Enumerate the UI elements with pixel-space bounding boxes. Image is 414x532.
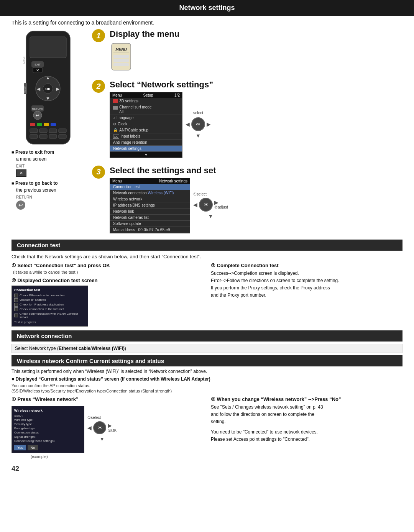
conn-step2-title: ② Displayed Connection test screen: [12, 277, 203, 283]
small-item-4: Check connection to the Internet: [14, 307, 85, 311]
wireless-ok-label: ②OK: [108, 429, 117, 433]
conn-step3-lines: Success-->Completion screen is displayed…: [211, 270, 402, 299]
menu-item-3d: 3D settings: [110, 98, 182, 104]
conn-step1-title: ① Select “Connection test” and press OK: [12, 263, 203, 268]
svg-rect-36: [113, 59, 129, 62]
step-3-badge: 3: [92, 166, 105, 179]
step3-item-mac: Mac address 00-0b-97-7c-65-e9: [110, 227, 190, 233]
w-ssid: SSID :: [14, 414, 82, 417]
connection-test-desc: Check that the Network settings are as s…: [12, 254, 402, 259]
wireless-right: ② When you change “Wireless network” -->…: [211, 396, 402, 459]
network-select-text: Select Network type (Ethernet cable/Wire…: [12, 344, 402, 353]
menu-item-language: ♪Language: [110, 115, 182, 121]
step-1-illustration: MENU: [110, 41, 402, 72]
step2-ok-area: select ◀ OK ▶ ▼: [186, 111, 211, 139]
step-1-content: Display the menu MENU: [110, 29, 402, 72]
exit-note: ■ Press to exit from a menu screen EXIT …: [12, 149, 84, 177]
step3-item-cameras: Network cameras list: [110, 215, 190, 221]
network-connection-section: Network connection Select Network type (…: [0, 330, 414, 353]
svg-rect-35: [113, 55, 129, 58]
step-3-screen: Menu Network settings Connection test Ne…: [110, 178, 402, 233]
svg-rect-20: [30, 123, 35, 126]
connection-test-steps: ① Select “Connection test” and press OK …: [12, 263, 402, 327]
w-encryption: Encryption type :: [14, 427, 82, 430]
ok-button-step3[interactable]: OK: [199, 198, 213, 212]
small-item-1: Check Ethernet cable connection: [14, 294, 85, 297]
wireless-desc: This setting is performed only when “Wir…: [12, 369, 402, 374]
step-2-content: Select “Network settings” Menu Setup 1/2…: [110, 80, 402, 158]
step3-ok-area: ①select ◀ OK ▶ ②adjust: [193, 192, 228, 219]
wireless-sub-note-2: (SSID/Wireless type/Security type/Encryp…: [12, 389, 402, 393]
step-3-title: Select the settings and set: [110, 166, 402, 176]
svg-rect-25: [39, 129, 47, 133]
select-label-step3: ①select: [193, 192, 207, 196]
adjust-label-step3: ②adjust: [214, 205, 228, 209]
return-key-badge: ↩: [16, 200, 25, 210]
wireless-left: ① Press “Wireless network” Wireless netw…: [12, 396, 203, 459]
svg-rect-1: [30, 37, 66, 58]
connection-test-section: Connection test Check that the Network s…: [0, 240, 414, 327]
svg-rect-21: [37, 123, 42, 126]
menu-item-clock: ⊙Clock: [110, 121, 182, 127]
w-connect-prompt: Connect using these settings?: [14, 439, 82, 443]
wireless-confirm-section: Wireless network Confirm Current setting…: [0, 355, 414, 459]
page: Network settings This is a setting for c…: [0, 0, 414, 475]
wireless-ok-area: ①select ◀ OK ▶ ②OK ▼: [87, 415, 117, 442]
menu-item-network: Network settings: [110, 146, 182, 152]
svg-rect-31: [59, 135, 66, 138]
svg-rect-22: [44, 123, 49, 126]
menu-box-step3: Menu Network settings Connection test Ne…: [110, 178, 190, 233]
svg-text:RETURN: RETURN: [32, 107, 43, 110]
ok-button-wireless[interactable]: OK: [93, 421, 106, 434]
svg-text:MENU: MENU: [24, 86, 26, 93]
menu-box-step2: Menu Setup 1/2 3D settings Channel surf …: [110, 92, 182, 158]
network-connection-bar: Network connection: [12, 330, 402, 342]
conn-step3-title: ③ Complete Connection test: [211, 263, 402, 268]
small-screen-title: Connection test: [14, 288, 85, 292]
page-number: 42: [12, 465, 19, 473]
yes-no-bar: Yes No: [14, 445, 82, 450]
ok-button-step2[interactable]: OK: [191, 117, 205, 131]
step-2-screen: Menu Setup 1/2 3D settings Channel surf …: [110, 92, 402, 158]
small-screen-status: Test in progress...: [14, 320, 85, 324]
no-button[interactable]: No: [28, 445, 38, 450]
w-security: Security type :: [14, 422, 82, 426]
step3-item-netconn: Network connection Wireless (WiFi): [110, 190, 190, 196]
svg-text:EXIT: EXIT: [34, 63, 41, 66]
wireless-network-screen: Wireless network SSID : Wireless type : …: [12, 406, 84, 453]
svg-rect-37: [113, 63, 129, 66]
svg-text:OK: OK: [45, 87, 51, 91]
small-item-5: Check communication with VIERA Connect s…: [14, 312, 85, 319]
svg-rect-26: [49, 129, 57, 133]
wireless-step1-title: ① Press “Wireless network”: [12, 396, 203, 402]
step3-item-netlink: Network link: [110, 209, 190, 215]
menu-item-input: CCInput labels: [110, 133, 182, 140]
menu-item-ant: 🔒ANT/Cable setup: [110, 127, 182, 133]
svg-rect-29: [39, 135, 47, 138]
small-item-2: Validate IP address: [14, 298, 85, 302]
intro-text: This is a setting for connecting to a br…: [0, 16, 414, 28]
yes-button[interactable]: Yes: [14, 445, 26, 450]
step3-item-wireless: Wireless network: [110, 196, 190, 202]
svg-text:↩: ↩: [36, 113, 39, 118]
steps-column: 1 Display the menu MENU: [92, 29, 402, 240]
wireless-screen-area: Wireless network SSID : Wireless type : …: [12, 404, 203, 453]
wireless-step2-lines: See "Sets / Changes wireless network set…: [211, 404, 402, 443]
step-3-content: Select the settings and set Menu Network…: [110, 166, 402, 233]
wireless-title-bar: Wireless network Confirm Current setting…: [12, 355, 402, 366]
conn-step1-sub: (It takes a while to cancel the test.): [13, 270, 203, 274]
menu-item-channel: Channel surf mode All: [110, 104, 182, 115]
connection-test-bar: Connection test: [12, 240, 402, 251]
wireless-sub-note-1: You can confirm the AP connection status…: [12, 383, 402, 388]
svg-text:▼: ▼: [46, 96, 50, 101]
wireless-bold-note: ■ Displayed “Current settings and status…: [12, 376, 402, 382]
connection-test-screen: Connection test Check Ethernet cable con…: [12, 286, 88, 327]
step-2: 2 Select “Network settings” Menu Setup 1…: [92, 80, 402, 158]
step-1: 1 Display the menu MENU: [92, 29, 402, 72]
exit-key-badge: ✕: [16, 169, 26, 177]
svg-rect-23: [51, 123, 56, 126]
small-item-3: Check for IP address duplication: [14, 303, 85, 307]
svg-text:◀: ◀: [36, 86, 40, 92]
step-2-badge: 2: [92, 80, 105, 93]
footer: 42: [0, 463, 414, 475]
